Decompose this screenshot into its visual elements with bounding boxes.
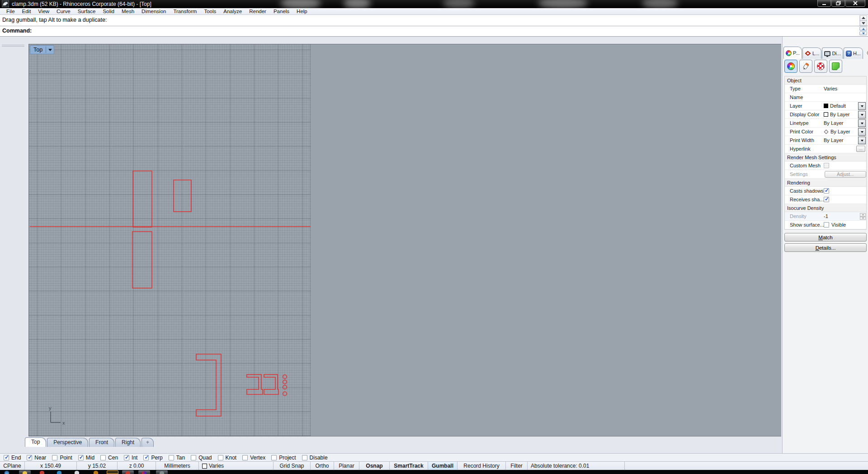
linetype-dropdown-button[interactable] [858, 119, 866, 127]
command-history[interactable]: Drag gumball, tap Alt to make a duplicat… [0, 15, 868, 26]
taskbar-item[interactable] [19, 470, 31, 474]
status-grid-snap[interactable]: Grid Snap [274, 462, 311, 470]
menu-curve[interactable]: Curve [53, 8, 74, 15]
density-up-icon[interactable] [860, 213, 866, 217]
viewport-tab-front[interactable]: Front [89, 438, 114, 447]
osnap-cen-checkbox[interactable] [100, 455, 106, 460]
osnap-cen[interactable]: Cen [100, 455, 118, 461]
menu-render[interactable]: Render [245, 8, 270, 15]
spinner-up-icon[interactable] [859, 27, 867, 31]
osnap-perp-checkbox[interactable] [143, 455, 149, 460]
show-surface-checkbox[interactable] [824, 222, 829, 228]
adjust-button[interactable]: Adjust... [825, 171, 866, 178]
menu-dimension[interactable]: Dimension [138, 8, 170, 15]
curve-rect-lower[interactable] [132, 232, 152, 288]
viewport-tab-perspective[interactable]: Perspective [47, 438, 88, 447]
panel-tab-layers[interactable]: L... [802, 47, 821, 59]
osnap-int-checkbox[interactable] [124, 455, 129, 460]
scroll-up-icon[interactable] [860, 15, 867, 21]
menu-transform[interactable]: Transform [170, 8, 200, 15]
start-orb-icon[interactable] [5, 471, 9, 474]
status-osnap[interactable]: Osnap [359, 462, 390, 470]
material-button[interactable] [799, 60, 812, 73]
menu-panels[interactable]: Panels [270, 8, 293, 15]
status-units[interactable]: Millimeters [156, 462, 199, 470]
hyperlink-browse-button[interactable]: ... [856, 146, 865, 152]
command-input[interactable]: Command: [0, 26, 868, 37]
object-properties-button[interactable] [784, 60, 797, 73]
print-width-dropdown-button[interactable] [858, 137, 866, 144]
layer-dropdown-button[interactable] [858, 102, 866, 110]
menu-mesh[interactable]: Mesh [118, 8, 138, 15]
gear-icon[interactable]: ⚙ [866, 49, 868, 57]
curve-rect-small[interactable] [174, 180, 191, 212]
taskbar-item[interactable] [156, 470, 168, 474]
curve-circles[interactable] [283, 375, 287, 396]
osnap-mid-checkbox[interactable] [78, 455, 84, 460]
scroll-down-icon[interactable] [860, 21, 867, 26]
menu-file[interactable]: File [3, 8, 19, 15]
menu-analyze[interactable]: Analyze [220, 8, 245, 15]
osnap-disable[interactable]: Disable [302, 455, 328, 461]
osnap-point[interactable]: Point [52, 455, 72, 461]
casts-shadows-checkbox[interactable] [824, 188, 829, 194]
chevron-down-icon[interactable] [48, 49, 52, 51]
status-gumball[interactable]: Gumball [428, 462, 458, 470]
details-button[interactable]: Details... [784, 243, 867, 252]
osnap-tan[interactable]: Tan [169, 455, 185, 461]
match-button[interactable]: Match [784, 233, 867, 242]
density-spinner[interactable] [860, 213, 866, 220]
minimize-button[interactable] [817, 0, 831, 7]
osnap-quad[interactable]: Quad [191, 455, 212, 461]
curve-c-channel[interactable] [196, 354, 221, 416]
osnap-near[interactable]: Near [27, 455, 46, 461]
detail-button[interactable] [829, 60, 842, 73]
add-viewport-tab-button[interactable]: + [142, 438, 154, 447]
taskbar-icon[interactable] [57, 471, 61, 474]
menu-surface[interactable]: Surface [74, 8, 99, 15]
menu-view[interactable]: View [34, 8, 53, 15]
taskbar-item[interactable] [122, 470, 134, 474]
panel-tab-help[interactable]: ? H... [844, 47, 863, 59]
density-down-icon[interactable] [860, 217, 866, 220]
close-button[interactable] [845, 0, 865, 7]
osnap-knot-checkbox[interactable] [218, 455, 223, 460]
menu-help[interactable]: Help [293, 8, 311, 15]
status-filter[interactable]: Filter [506, 462, 528, 470]
status-smarttrack[interactable]: SmartTrack [390, 462, 428, 470]
viewport-tab-top[interactable]: Top [25, 437, 46, 447]
status-layer[interactable]: Varies [199, 462, 274, 470]
taskbar-icon[interactable] [75, 471, 79, 474]
status-record-history[interactable]: Record History [458, 462, 506, 470]
menu-edit[interactable]: Edit [19, 8, 35, 15]
status-planar[interactable]: Planar [334, 462, 359, 470]
taskbar-icon[interactable] [40, 471, 44, 474]
osnap-project-checkbox[interactable] [271, 455, 277, 460]
osnap-end[interactable]: End [4, 455, 21, 461]
panel-tab-properties[interactable]: P... [783, 47, 802, 59]
panel-tab-display[interactable]: Di... [822, 47, 843, 59]
osnap-perp[interactable]: Perp [143, 455, 162, 461]
osnap-vertex-checkbox[interactable] [242, 455, 248, 460]
osnap-int[interactable]: Int [124, 455, 137, 461]
osnap-tan-checkbox[interactable] [169, 455, 174, 460]
status-ortho[interactable]: Ortho [311, 462, 334, 470]
viewport-title-menu[interactable]: Top [30, 45, 54, 54]
osnap-point-checkbox[interactable] [52, 455, 57, 460]
taskbar-item-active[interactable] [107, 470, 118, 474]
curve-jaw-right[interactable] [264, 374, 278, 394]
display-color-dropdown-button[interactable] [858, 111, 866, 118]
status-cplane[interactable]: CPlane [0, 462, 25, 470]
curve-rect-upper[interactable] [133, 171, 152, 227]
texture-mapping-button[interactable] [814, 60, 827, 73]
taskbar-icon[interactable] [94, 471, 98, 474]
curve-jaw-left[interactable] [247, 374, 263, 394]
viewport-tab-right[interactable]: Right [115, 438, 141, 447]
taskbar-item[interactable] [138, 470, 150, 474]
osnap-end-checkbox[interactable] [4, 455, 9, 460]
custom-mesh-checkbox[interactable] [824, 163, 829, 168]
osnap-mid[interactable]: Mid [78, 455, 94, 461]
spinner-down-icon[interactable] [859, 31, 867, 35]
osnap-knot[interactable]: Knot [218, 455, 237, 461]
osnap-vertex[interactable]: Vertex [242, 455, 265, 461]
